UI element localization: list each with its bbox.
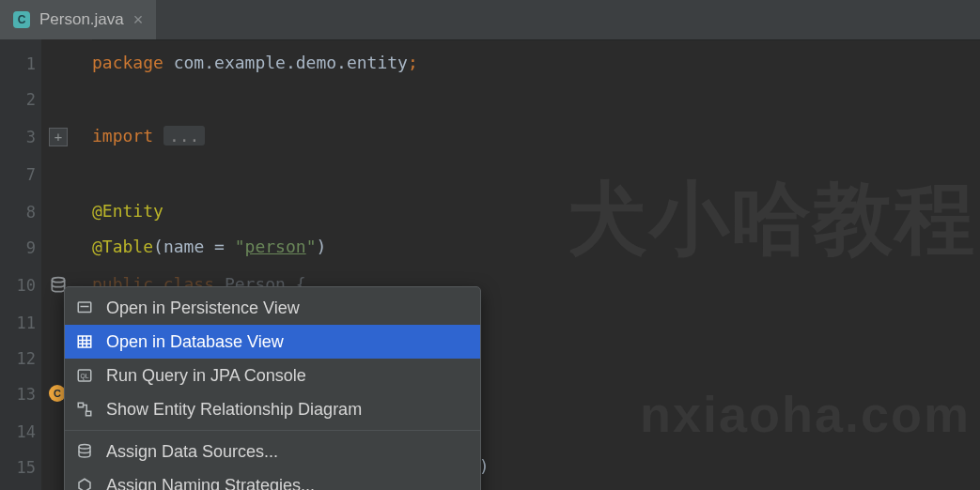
- code-line: package com.example.demo.entity;: [92, 53, 980, 72]
- menu-separator: [65, 430, 480, 431]
- code-line: @Table(name = "person"): [92, 237, 980, 256]
- tab-bar: C Person.java ×: [0, 0, 980, 40]
- line-number: 12: [0, 349, 36, 368]
- menu-run-jpa-console[interactable]: QL Run Query in JPA Console: [65, 359, 480, 392]
- svg-marker-9: [79, 479, 90, 490]
- line-number: 15: [0, 458, 36, 477]
- menu-open-persistence-view[interactable]: Open in Persistence View: [65, 291, 480, 325]
- svg-point-0: [52, 278, 64, 283]
- code-line: @Entity: [92, 201, 980, 221]
- svg-rect-2: [81, 306, 89, 308]
- svg-rect-7: [86, 411, 91, 416]
- fold-marker-import[interactable]: +: [49, 128, 86, 146]
- menu-assign-data-sources[interactable]: Assign Data Sources...: [65, 435, 480, 468]
- table-grid-icon: [76, 333, 93, 350]
- menu-open-database-view[interactable]: Open in Database View: [65, 325, 480, 359]
- java-class-icon: C: [13, 11, 30, 28]
- datasource-icon: [76, 443, 93, 460]
- menu-item-label: Open in Database View: [106, 329, 284, 354]
- line-number-gutter: 1 2 3 7 8 9 10 11 12 13 14 15: [0, 39, 41, 490]
- menu-item-label: Assign Naming Strategies...: [106, 473, 315, 490]
- line-number: 1: [0, 54, 36, 73]
- editor-root: C Person.java × 犬小哈教程 nxiaoha.com 1 2 3 …: [0, 0, 980, 490]
- persistence-icon: [76, 299, 93, 316]
- query-console-icon: QL: [76, 367, 93, 384]
- line-number: 10: [0, 276, 36, 295]
- menu-assign-naming-strategies[interactable]: Assign Naming Strategies...: [65, 468, 480, 490]
- menu-item-label: Open in Persistence View: [106, 296, 300, 320]
- fold-ellipsis[interactable]: ...: [163, 126, 206, 145]
- menu-item-label: Assign Data Sources...: [106, 439, 278, 464]
- svg-rect-3: [78, 336, 91, 347]
- menu-item-label: Run Query in JPA Console: [106, 363, 306, 388]
- menu-entity-relationship-diagram[interactable]: Show Entity Relationship Diagram: [65, 392, 480, 426]
- line-number: 7: [0, 165, 36, 184]
- line-number: 9: [0, 238, 36, 257]
- svg-point-8: [79, 445, 90, 450]
- svg-rect-6: [78, 403, 83, 407]
- close-icon[interactable]: ×: [133, 11, 144, 28]
- menu-item-label: Show Entity Relationship Diagram: [106, 397, 362, 421]
- diagram-icon: [76, 401, 93, 418]
- code-line: e"): [459, 456, 980, 476]
- context-menu: Open in Persistence View Open in Databas…: [64, 286, 481, 490]
- line-number: 2: [0, 90, 36, 109]
- tab-label: Person.java: [39, 10, 124, 29]
- line-number: 8: [0, 203, 36, 222]
- line-number: 14: [0, 422, 36, 441]
- hex-icon: [76, 477, 93, 490]
- line-number: 3: [0, 128, 36, 146]
- svg-text:QL: QL: [80, 373, 88, 380]
- editor-tab-person[interactable]: C Person.java ×: [0, 0, 156, 39]
- line-number: 13: [0, 385, 36, 404]
- line-number: 11: [0, 314, 36, 332]
- code-line: import ...: [92, 126, 980, 145]
